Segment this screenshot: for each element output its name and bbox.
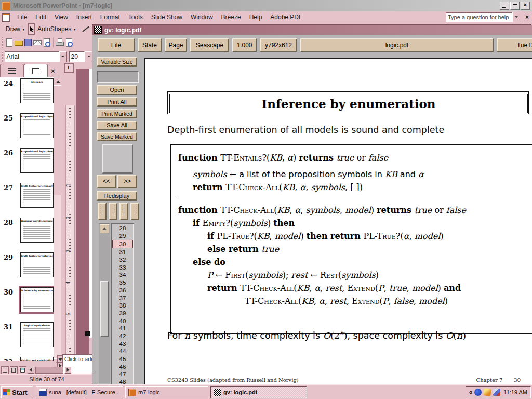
gv-page-number[interactable]: 37 [112, 294, 133, 302]
menu-item[interactable]: Slide Show [147, 12, 187, 22]
hscroll-left-icon[interactable] [28, 367, 34, 374]
slide-thumbnail-image[interactable]: Truth tables for inference [20, 252, 54, 277]
gv-toolbar-button[interactable]: 1.000 [232, 38, 257, 52]
tray-chevron-icon[interactable]: « [469, 389, 473, 396]
open-folder-icon[interactable] [14, 38, 23, 47]
prev-page-button[interactable]: << [97, 175, 116, 188]
gv-page-number[interactable]: 34 [112, 271, 133, 279]
gv-page-number[interactable]: 43 [112, 340, 133, 348]
save-all-button[interactable]: Save All [97, 121, 137, 130]
search-icon[interactable] [42, 38, 51, 47]
slide-thumbnail-image[interactable]: Propositional logic: Syntax [20, 113, 54, 138]
slide-thumbnail[interactable]: 29 Truth tables for inference [0, 251, 54, 286]
horizontal-scrollbar[interactable] [35, 367, 63, 374]
slide-thumbnail[interactable]: 26 Propositional logic: Semantics [0, 147, 54, 182]
tray-app-icon-1[interactable] [474, 389, 482, 396]
slide-thumbnail-image[interactable]: Logical equivalence [20, 322, 54, 347]
gv-toolbar-button[interactable]: File [98, 38, 135, 52]
ruler-corner-button[interactable]: L [64, 63, 74, 73]
tab-outline[interactable] [0, 64, 24, 77]
gv-page-number[interactable]: 46 [112, 363, 133, 370]
font-name-dropdown-icon[interactable] [59, 51, 67, 62]
gv-page-scrollbar[interactable] [99, 223, 110, 383]
print-marked-button[interactable]: Print Marked [97, 109, 137, 118]
toolbar-grip[interactable] [2, 51, 3, 62]
slide-thumbnail-image[interactable]: Wumpus world sentences [20, 218, 54, 243]
gv-toolbar-button[interactable]: State [138, 38, 162, 52]
slide-thumbnail-image[interactable]: Inference [20, 78, 54, 103]
gv-page-number[interactable]: 39 [112, 310, 133, 317]
gv-page-number[interactable]: 35 [112, 279, 133, 287]
tab-slides[interactable] [24, 64, 48, 77]
sidebar-close-icon[interactable]: × [51, 67, 55, 77]
slide-thumbnail[interactable]: 27 Truth tables for connectives [0, 182, 54, 217]
gv-page-number[interactable]: 33 [112, 263, 133, 271]
help-dropdown-arrow-icon[interactable] [512, 12, 521, 22]
gv-page-number[interactable]: 38 [112, 302, 133, 310]
gv-toolbar-button[interactable]: logic.pdf [300, 38, 494, 52]
toolbar-grip[interactable] [2, 37, 3, 48]
mark-toggle-button-4[interactable] [130, 203, 139, 220]
gv-page-number[interactable]: 36 [112, 287, 133, 295]
gv-page-number[interactable]: 32 [112, 256, 133, 264]
menu-item[interactable]: Insert [72, 12, 96, 22]
slide-thumbnail-image[interactable]: Inference by enumeration [20, 287, 54, 312]
mark-toggle-button-3[interactable] [119, 203, 128, 220]
start-button[interactable]: Start [1, 386, 33, 398]
menu-item[interactable]: File [13, 12, 31, 22]
slide-thumbnail-image[interactable]: Validity and satisfiability [20, 357, 54, 361]
slide-thumbnail[interactable]: 25 Propositional logic: Syntax [0, 112, 54, 147]
slide-thumbnail[interactable]: 24 Inference [0, 77, 54, 112]
line-tool-button[interactable] [79, 28, 92, 31]
minimize-button-icon[interactable] [500, 2, 509, 10]
slideshow-view-icon[interactable] [19, 366, 26, 374]
menu-item[interactable]: Breeze [217, 12, 245, 22]
restore-button-icon[interactable] [510, 2, 520, 10]
font-size-combo[interactable]: 20 [69, 51, 85, 62]
gv-scroll-up-icon[interactable] [100, 224, 109, 233]
font-name-combo[interactable]: Arial [5, 51, 59, 62]
gv-page-number[interactable]: 28 [112, 224, 133, 232]
slide-sorter-view-icon[interactable] [10, 366, 18, 374]
gv-page-number[interactable]: 45 [112, 355, 133, 363]
redisplay-button[interactable]: Redisplay [97, 191, 137, 201]
slide-thumbnail[interactable]: 30 Inference by enumeration [0, 286, 54, 321]
print-all-button[interactable]: Print All [97, 97, 137, 107]
gv-page-number[interactable]: 47 [112, 370, 133, 378]
slide-thumbnail-image[interactable]: Truth tables for connectives [20, 183, 54, 208]
menu-item[interactable]: Format [96, 12, 124, 22]
menu-item[interactable]: Edit [31, 12, 50, 22]
gv-toolbar-button[interactable]: Page [165, 38, 187, 52]
print-preview-icon[interactable] [64, 38, 74, 47]
gv-page-number[interactable]: 30 [112, 240, 133, 248]
menubar-close-icon[interactable]: × [524, 14, 532, 21]
gv-toolbar-button[interactable]: y792x612 [260, 38, 297, 52]
font-size-dropdown-icon[interactable] [85, 51, 92, 62]
hscroll-right-icon[interactable] [64, 367, 71, 374]
slide-thumbnail-image[interactable]: Propositional logic: Semantics [20, 148, 54, 173]
gv-page-number[interactable]: 41 [112, 325, 133, 332]
print-icon[interactable] [55, 38, 64, 47]
select-objects-button[interactable] [28, 23, 35, 35]
gv-titlebar[interactable]: gv: logic.pdf [92, 25, 532, 35]
autoshapes-menu-button[interactable]: AutoShapes▼ [35, 24, 79, 34]
gv-page-number[interactable]: 29 [112, 232, 133, 240]
mark-toggle-button-1[interactable] [98, 203, 107, 220]
draw-menu-button[interactable]: Draw▼ [3, 24, 28, 34]
thumbnail-scrollbar[interactable] [54, 77, 61, 366]
menu-item[interactable]: Adobe PDF [266, 12, 307, 22]
slide-thumbnail[interactable]: 28 Wumpus world sentences [0, 217, 54, 251]
menu-item[interactable]: Window [187, 12, 217, 22]
tray-app-icon-3[interactable] [493, 389, 500, 396]
gv-size-box[interactable] [97, 71, 139, 83]
new-document-icon[interactable] [5, 38, 14, 47]
normal-view-icon[interactable] [1, 366, 9, 374]
save-icon[interactable] [23, 38, 33, 47]
variable-size-button[interactable]: Variable Size [97, 57, 137, 66]
document-window-icon[interactable] [2, 13, 10, 22]
gv-page-number[interactable]: 44 [112, 348, 133, 355]
close-button-icon[interactable]: × [521, 2, 530, 10]
menu-item[interactable]: View [50, 12, 72, 22]
taskbar-app-button[interactable]: gv: logic.pdf [210, 386, 307, 398]
next-page-button[interactable]: >> [117, 175, 137, 188]
